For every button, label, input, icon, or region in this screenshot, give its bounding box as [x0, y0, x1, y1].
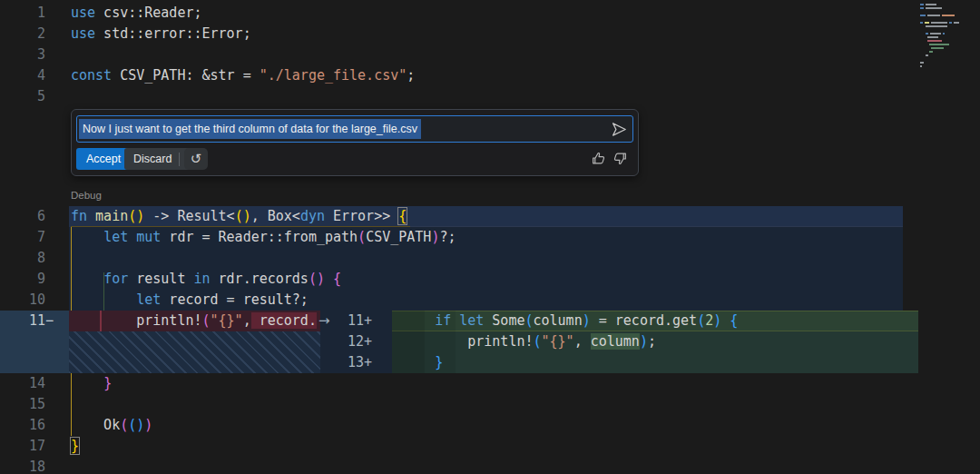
code-line[interactable]: Ok(()) — [71, 415, 152, 436]
minimap-line — [920, 15, 978, 16]
minimap-line — [920, 44, 978, 45]
diff-added-line-number: 11+ — [348, 311, 372, 331]
code-line[interactable]: use csv::Reader; — [71, 3, 202, 24]
thumbs-down-icon[interactable] — [612, 151, 628, 166]
line-number: 2 — [0, 24, 45, 44]
line-number: 7 — [0, 227, 45, 248]
minimap-line — [920, 62, 978, 64]
chat-actions-bar: Accept Discard ↺ — [76, 148, 633, 170]
thumbs-up-icon[interactable] — [591, 151, 606, 166]
accept-button[interactable]: Accept — [76, 148, 131, 170]
line-number: 18 — [0, 457, 45, 474]
code-line[interactable]: } — [71, 436, 79, 457]
minimap-line — [920, 36, 978, 38]
code-line[interactable]: let record = result?; — [71, 290, 309, 311]
minimap-line — [920, 58, 978, 60]
minimap-line — [920, 65, 978, 67]
minimap-line — [920, 7, 978, 9]
rerun-icon: ↺ — [191, 151, 202, 167]
diff-added-line-number: 13+ — [348, 352, 372, 373]
minimap-line — [920, 29, 978, 31]
line-number: 15 — [0, 394, 45, 415]
code-line[interactable]: const CSV_PATH: &str = "./large_file.csv… — [71, 65, 415, 86]
code-line[interactable]: use std::error::Error; — [71, 24, 251, 44]
line-number: 5 — [0, 86, 45, 107]
line-number: 17 — [0, 436, 45, 457]
chat-input-text: Now I just want to get the third column … — [79, 119, 421, 139]
codelens-debug[interactable]: Debug — [71, 188, 102, 203]
minimap-line — [920, 18, 978, 20]
line-number: 6 — [0, 206, 45, 227]
line-number: 9 — [0, 269, 45, 290]
chat-input[interactable]: Now I just want to get the third column … — [76, 115, 633, 143]
line-number: 8 — [0, 248, 45, 269]
minimap-line — [920, 47, 978, 49]
line-number: 10 — [0, 290, 45, 311]
line-number: 16 — [0, 415, 45, 436]
range-top-divider — [410, 226, 903, 227]
inline-chat-widget: Now I just want to get the third column … — [71, 109, 639, 176]
line-number: 4 — [0, 65, 45, 86]
minimap-line — [920, 33, 978, 35]
diff-arrow-icon: → — [318, 311, 338, 331]
code-line[interactable]: println!("{}", record. — [71, 311, 317, 331]
code-line[interactable]: fn main() -> Result<(), Box<dyn Error>> … — [71, 206, 407, 227]
minimap-line — [920, 22, 978, 24]
code-line[interactable]: let mut rdr = Reader::from_path(CSV_PATH… — [71, 227, 456, 248]
minimap-line — [920, 4, 978, 5]
line-number: 14 — [0, 373, 45, 394]
code-line[interactable]: } — [71, 373, 112, 394]
minimap-line — [920, 40, 978, 42]
discard-label: Discard — [124, 148, 179, 170]
send-icon[interactable] — [612, 122, 627, 137]
rerun-button[interactable]: ↺ — [184, 148, 208, 170]
code-line[interactable]: for result in rdr.records() { — [71, 269, 341, 290]
minimap-line — [920, 51, 978, 53]
minimap-line — [920, 25, 978, 27]
minimap[interactable] — [920, 4, 978, 73]
minimap-line — [920, 11, 978, 13]
code-line[interactable]: println!("{}", column); — [402, 331, 656, 352]
diff-added-line-number: 12+ — [348, 331, 372, 352]
diff-deleted-line-number: 11− — [29, 311, 54, 331]
line-number: 3 — [0, 44, 45, 65]
diff-deleted-filler-hatch — [69, 331, 320, 373]
line-number: 1 — [0, 3, 45, 24]
code-line[interactable]: } — [402, 352, 443, 373]
code-line[interactable]: if let Some(column) = record.get(2) { — [402, 311, 738, 331]
code-editor: Debug → 1use csv::Reader;2use std::error… — [0, 0, 980, 474]
minimap-line — [920, 54, 978, 56]
